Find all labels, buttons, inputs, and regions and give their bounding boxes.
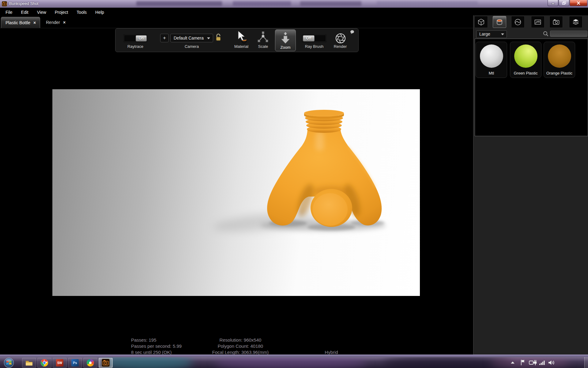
camera-icon — [552, 18, 560, 26]
bunkspeed-taskbar-icon — [102, 359, 110, 367]
zoom-tool-button[interactable]: Zoom — [275, 29, 296, 51]
photoshop-icon: Ps — [71, 359, 79, 366]
close-button[interactable] — [570, 0, 587, 6]
camera-lock-icon[interactable] — [216, 33, 221, 42]
layers-icon — [572, 18, 580, 26]
background-window-fragment — [136, 1, 222, 6]
tab-close-button[interactable]: × — [33, 20, 36, 25]
render-label: Render — [330, 44, 351, 49]
restore-button[interactable] — [559, 0, 569, 6]
volume-icon[interactable] — [548, 360, 555, 365]
minimize-button[interactable] — [548, 0, 558, 6]
tab-close-button[interactable]: × — [63, 20, 66, 25]
windows-taskbar: SW Ps 9:47 PM — [0, 357, 588, 368]
render-stats-left: Passes: 195 Passes per second: 5.99 8 se… — [131, 337, 182, 355]
panel-tab-materials[interactable] — [493, 16, 506, 28]
chrome-icon — [40, 359, 48, 367]
zoom-label: Zoom — [275, 45, 296, 50]
material-name: Mtl — [476, 71, 507, 75]
ray-brush-toggle[interactable]: Off — [302, 34, 326, 42]
material-label: Material — [232, 44, 251, 49]
panel-tab-layers[interactable] — [569, 16, 582, 28]
raytrace-toggle-thumb: On — [136, 35, 147, 41]
thumbnail-size-dropdown[interactable]: Large — [476, 30, 507, 38]
zoom-tool-icon — [279, 32, 292, 44]
material-swatch-mtl[interactable]: Mtl — [476, 42, 507, 78]
scale-tool-icon[interactable] — [257, 31, 269, 44]
ray-brush-toggle-thumb: Off — [303, 35, 315, 41]
add-camera-button[interactable]: + — [160, 34, 169, 42]
material-swatch-orange-plastic[interactable]: Orange Plastic — [544, 42, 575, 78]
network-signal-icon[interactable] — [539, 360, 545, 365]
menu-item-view[interactable]: View — [33, 8, 51, 17]
search-icon — [543, 31, 548, 36]
tab-plastic-bottle[interactable]: Plastic Bottle × — [1, 17, 40, 28]
tab-label: Plastic Bottle — [6, 20, 30, 25]
material-library-list: Mtl Green Plastic Orange Plastic — [475, 39, 588, 136]
cube-icon — [477, 18, 485, 26]
material-search-input[interactable] — [550, 31, 587, 37]
panel-tab-models[interactable] — [474, 16, 488, 28]
taskbar-picasa[interactable] — [83, 358, 97, 368]
plastic-bottle-render — [260, 106, 386, 235]
start-button[interactable] — [4, 358, 14, 368]
wallpaper-blur — [101, 357, 193, 368]
raytrace-label: Raytrace — [123, 44, 147, 49]
panel-tab-cameras[interactable] — [549, 16, 563, 28]
material-sphere-gray — [480, 44, 503, 68]
picasa-icon — [87, 359, 94, 366]
stat-passes: Passes: 195 — [131, 337, 182, 343]
tab-label: Render — [46, 20, 60, 25]
explorer-folder-icon — [25, 359, 33, 366]
camera-selected-value: Default Camera — [174, 36, 204, 40]
taskbar-solidworks[interactable]: SW — [53, 358, 67, 368]
menu-item-project[interactable]: Project — [51, 8, 73, 17]
power-battery-icon[interactable] — [529, 360, 537, 366]
material-cylinder-icon — [496, 18, 503, 26]
action-center-flag-icon[interactable] — [520, 359, 525, 366]
background-window-fragment — [233, 1, 291, 6]
environment-globe-icon — [514, 18, 522, 26]
bunkspeed-app-icon — [2, 1, 7, 6]
background-window-fragment — [300, 1, 361, 6]
document-tab-bar: Plastic Bottle × Render × — [0, 17, 473, 28]
material-name: Orange Plastic — [544, 71, 575, 75]
wallpaper-blur — [214, 357, 368, 368]
taskbar-google-chrome[interactable] — [37, 358, 51, 368]
render-viewport[interactable] — [52, 89, 420, 296]
material-sphere-orange — [548, 44, 571, 68]
camera-select-dropdown[interactable]: Default Camera — [170, 34, 213, 42]
window-title: Bunkspeed Shot — [9, 1, 38, 6]
scale-label: Scale — [257, 44, 269, 49]
raytrace-toggle[interactable]: On — [123, 34, 147, 42]
tab-render[interactable]: Render × — [42, 17, 70, 28]
material-sphere-green — [514, 44, 537, 68]
menu-item-tools[interactable]: Tools — [72, 8, 91, 17]
ray-brush-label: Ray Brush — [300, 44, 329, 49]
render-stats-center: Resolution: 960x540 Polygon Count: 40180… — [194, 337, 286, 355]
taskbar-bunkspeed-shot-active[interactable] — [99, 358, 113, 368]
menu-item-help[interactable]: Help — [91, 8, 108, 17]
stat-resolution: Resolution: 960x540 — [194, 337, 286, 343]
chevron-down-icon — [207, 37, 210, 39]
panel-tab-environments[interactable] — [511, 16, 525, 28]
taskbar-windows-explorer[interactable] — [22, 358, 36, 368]
taskbar-photoshop[interactable]: Ps — [68, 358, 82, 368]
tray-show-hidden-icons[interactable] — [510, 361, 515, 364]
material-tool-icon[interactable] — [237, 31, 248, 44]
solidworks-icon: SW — [56, 359, 63, 366]
menu-item-file[interactable]: File — [1, 8, 17, 17]
thumbnail-size-value: Large — [479, 32, 490, 36]
show-desktop-button[interactable] — [584, 357, 588, 368]
render-aperture-icon[interactable] — [335, 33, 346, 44]
background-window-fragment — [377, 1, 478, 6]
menu-item-edit[interactable]: Edit — [17, 8, 33, 17]
chevron-down-icon — [501, 33, 504, 35]
render-hint-balloon-icon — [350, 30, 355, 34]
material-swatch-green-plastic[interactable]: Green Plastic — [510, 42, 541, 78]
camera-label: Camera — [170, 44, 213, 49]
window-titlebar: Bunkspeed Shot — [0, 0, 588, 8]
stat-passes-per-second: Passes per second: 5.99 — [131, 343, 182, 349]
backplate-image-icon — [534, 18, 542, 26]
panel-tab-backplates[interactable] — [531, 16, 545, 28]
